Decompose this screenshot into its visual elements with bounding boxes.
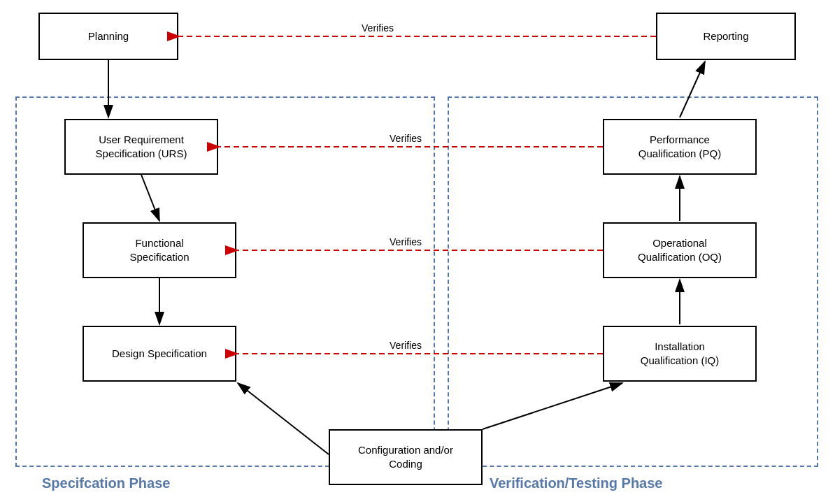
reporting-box: Reporting: [656, 13, 796, 60]
iq-label: InstallationQualification (IQ): [641, 340, 720, 368]
coding-label: Configuration and/orCoding: [358, 443, 453, 472]
pq-box: PerformanceQualification (PQ): [603, 119, 757, 175]
fs-box: FunctionalSpecification: [83, 222, 236, 278]
spec-phase-label: Specifcation Phase: [42, 475, 170, 491]
coding-box: Configuration and/orCoding: [329, 429, 483, 485]
urs-box: User RequirementSpecification (URS): [64, 119, 218, 175]
iq-box: InstallationQualification (IQ): [603, 326, 757, 382]
urs-label: User RequirementSpecification (URS): [96, 133, 187, 161]
oq-box: OperationalQualification (OQ): [603, 222, 757, 278]
planning-box: Planning: [38, 13, 178, 60]
diagram: Specifcation Phase Verification/Testing …: [0, 0, 835, 504]
oq-label: OperationalQualification (OQ): [638, 236, 722, 265]
fs-label: FunctionalSpecification: [129, 236, 189, 265]
svg-text:Verifies: Verifies: [362, 22, 394, 34]
verif-phase-label: Verification/Testing Phase: [490, 475, 662, 491]
pq-label: PerformanceQualification (PQ): [638, 133, 721, 161]
ds-box: Design Specification: [83, 326, 236, 382]
